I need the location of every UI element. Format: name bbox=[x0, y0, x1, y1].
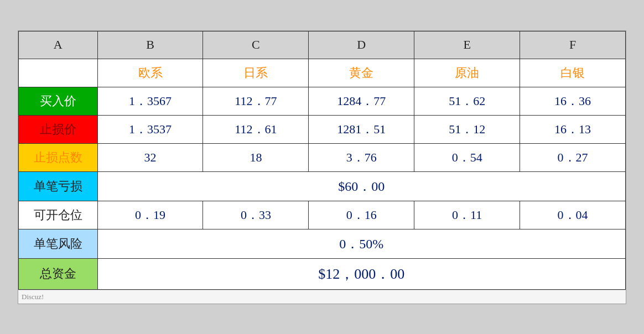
buy-price-label: 买入价 bbox=[19, 87, 98, 115]
open-position-d: 0．16 bbox=[309, 201, 414, 229]
stop-loss-price-c: 112．61 bbox=[203, 115, 309, 143]
buy-price-c: 112．77 bbox=[203, 87, 309, 115]
header-c-label: 日系 bbox=[203, 59, 309, 87]
col-header-b: B bbox=[97, 31, 203, 59]
header-b-label: 欧系 bbox=[97, 59, 203, 87]
empty-header-cell bbox=[19, 59, 98, 87]
stop-loss-points-f: 0．27 bbox=[520, 143, 626, 171]
stop-loss-price-label: 止损价 bbox=[19, 115, 98, 143]
open-position-label: 可开仓位 bbox=[19, 201, 98, 229]
buy-price-b: 1．3567 bbox=[97, 87, 203, 115]
stop-loss-price-f: 16．13 bbox=[520, 115, 626, 143]
buy-price-row: 买入价 1．3567 112．77 1284．77 51．62 16．36 bbox=[19, 87, 626, 115]
stop-loss-points-label: 止损点数 bbox=[19, 143, 98, 171]
stop-loss-points-e: 0．54 bbox=[414, 143, 520, 171]
total-funds-row: 总资金 $12，000．00 bbox=[19, 258, 626, 289]
col-header-a: A bbox=[19, 31, 98, 59]
buy-price-e: 51．62 bbox=[414, 87, 520, 115]
col-header-f: F bbox=[520, 31, 626, 59]
single-risk-label: 单笔风险 bbox=[19, 229, 98, 258]
data-table: A B C D E F 欧系 日系 黄金 原油 白银 买入价 1．3567 11… bbox=[18, 31, 626, 290]
stop-loss-price-b: 1．3537 bbox=[97, 115, 203, 143]
col-header-e: E bbox=[414, 31, 520, 59]
col-header-c: C bbox=[203, 31, 309, 59]
stop-loss-points-d: 3．76 bbox=[309, 143, 414, 171]
category-header-row: 欧系 日系 黄金 原油 白银 bbox=[19, 59, 626, 87]
single-risk-row: 单笔风险 0．50% bbox=[19, 229, 626, 258]
open-position-e: 0．11 bbox=[414, 201, 520, 229]
buy-price-d: 1284．77 bbox=[309, 87, 414, 115]
single-loss-value: $60．00 bbox=[97, 171, 625, 201]
open-position-c: 0．33 bbox=[203, 201, 309, 229]
open-position-row: 可开仓位 0．19 0．33 0．16 0．11 0．04 bbox=[19, 201, 626, 229]
single-risk-value: 0．50% bbox=[97, 229, 625, 258]
open-position-f: 0．04 bbox=[520, 201, 626, 229]
stop-loss-points-c: 18 bbox=[203, 143, 309, 171]
spreadsheet-container: A B C D E F 欧系 日系 黄金 原油 白银 买入价 1．3567 11… bbox=[18, 30, 626, 304]
stop-loss-price-e: 51．12 bbox=[414, 115, 520, 143]
column-index-row: A B C D E F bbox=[19, 31, 626, 59]
header-f-label: 白银 bbox=[520, 59, 626, 87]
total-funds-label: 总资金 bbox=[19, 258, 98, 289]
buy-price-f: 16．36 bbox=[520, 87, 626, 115]
stop-loss-points-b: 32 bbox=[97, 143, 203, 171]
header-d-label: 黄金 bbox=[309, 59, 414, 87]
header-e-label: 原油 bbox=[414, 59, 520, 87]
footer-text: Discuz! bbox=[18, 290, 626, 304]
open-position-b: 0．19 bbox=[97, 201, 203, 229]
stop-loss-price-d: 1281．51 bbox=[309, 115, 414, 143]
stop-loss-price-row: 止损价 1．3537 112．61 1281．51 51．12 16．13 bbox=[19, 115, 626, 143]
col-header-d: D bbox=[309, 31, 414, 59]
single-loss-row: 单笔亏损 $60．00 bbox=[19, 171, 626, 201]
single-loss-label: 单笔亏损 bbox=[19, 171, 98, 201]
stop-loss-points-row: 止损点数 32 18 3．76 0．54 0．27 bbox=[19, 143, 626, 171]
total-funds-value: $12，000．00 bbox=[97, 258, 625, 289]
